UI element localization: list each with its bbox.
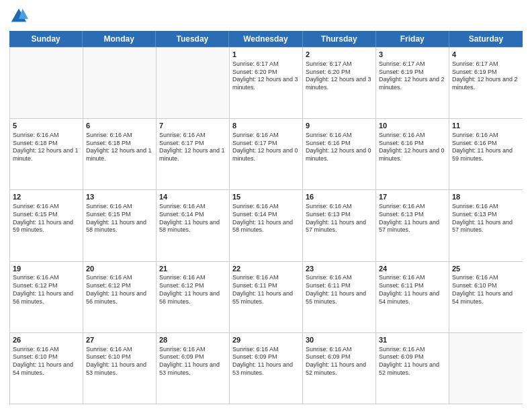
day-cell-21: 21Sunrise: 6:16 AM Sunset: 6:12 PM Dayli… [157,262,230,332]
day-cell-7: 7Sunrise: 6:16 AM Sunset: 6:17 PM Daylig… [157,119,230,189]
day-info: Sunrise: 6:16 AM Sunset: 6:13 PM Dayligh… [379,203,446,234]
day-number: 2 [306,50,373,60]
day-info: Sunrise: 6:16 AM Sunset: 6:11 PM Dayligh… [306,274,373,306]
day-info: Sunrise: 6:16 AM Sunset: 6:09 PM Dayligh… [232,346,300,377]
page-container: SundayMondayTuesdayWednesdayThursdayFrid… [0,0,532,411]
day-cell-28: 28Sunrise: 6:16 AM Sunset: 6:09 PM Dayli… [157,333,230,404]
empty-cell [157,48,230,118]
day-number: 21 [159,264,226,274]
day-number: 30 [306,335,373,345]
day-info: Sunrise: 6:16 AM Sunset: 6:15 PM Dayligh… [13,203,80,234]
day-number: 13 [86,192,153,202]
day-info: Sunrise: 6:16 AM Sunset: 6:10 PM Dayligh… [13,346,80,377]
logo-icon [9,7,28,26]
day-cell-25: 25Sunrise: 6:16 AM Sunset: 6:10 PM Dayli… [449,262,523,332]
day-info: Sunrise: 6:16 AM Sunset: 6:14 PM Dayligh… [159,203,226,234]
calendar-body: 1Sunrise: 6:17 AM Sunset: 6:20 PM Daylig… [9,47,523,404]
header-day-thursday: Thursday [303,31,376,47]
day-number: 3 [379,50,446,60]
day-info: Sunrise: 6:16 AM Sunset: 6:12 PM Dayligh… [86,274,153,306]
day-number: 25 [452,264,520,274]
day-cell-16: 16Sunrise: 6:16 AM Sunset: 6:13 PM Dayli… [303,190,376,261]
calendar-row-4: 26Sunrise: 6:16 AM Sunset: 6:10 PM Dayli… [10,332,523,404]
header-day-friday: Friday [376,31,449,47]
day-info: Sunrise: 6:17 AM Sunset: 6:19 PM Dayligh… [379,60,446,92]
day-info: Sunrise: 6:17 AM Sunset: 6:20 PM Dayligh… [306,60,373,92]
header-day-monday: Monday [83,31,156,47]
day-number: 4 [452,50,520,60]
day-cell-20: 20Sunrise: 6:16 AM Sunset: 6:12 PM Dayli… [83,262,157,332]
calendar-row-3: 19Sunrise: 6:16 AM Sunset: 6:12 PM Dayli… [10,261,523,332]
day-info: Sunrise: 6:16 AM Sunset: 6:17 PM Dayligh… [232,132,300,163]
day-info: Sunrise: 6:17 AM Sunset: 6:20 PM Dayligh… [232,60,300,92]
day-cell-6: 6Sunrise: 6:16 AM Sunset: 6:18 PM Daylig… [83,119,157,189]
day-info: Sunrise: 6:16 AM Sunset: 6:11 PM Dayligh… [379,274,446,306]
day-number: 9 [306,121,373,131]
day-cell-8: 8Sunrise: 6:16 AM Sunset: 6:17 PM Daylig… [230,119,303,189]
day-info: Sunrise: 6:16 AM Sunset: 6:09 PM Dayligh… [306,346,373,377]
day-info: Sunrise: 6:16 AM Sunset: 6:12 PM Dayligh… [13,274,80,306]
day-info: Sunrise: 6:16 AM Sunset: 6:16 PM Dayligh… [306,132,373,163]
calendar-header: SundayMondayTuesdayWednesdayThursdayFrid… [9,31,523,47]
day-cell-15: 15Sunrise: 6:16 AM Sunset: 6:14 PM Dayli… [230,190,303,261]
day-number: 14 [159,192,226,202]
header [9,7,523,26]
day-number: 31 [379,335,446,345]
day-cell-26: 26Sunrise: 6:16 AM Sunset: 6:10 PM Dayli… [10,333,83,404]
day-cell-12: 12Sunrise: 6:16 AM Sunset: 6:15 PM Dayli… [10,190,83,261]
day-number: 24 [379,264,446,274]
day-info: Sunrise: 6:16 AM Sunset: 6:18 PM Dayligh… [13,132,80,163]
day-info: Sunrise: 6:16 AM Sunset: 6:17 PM Dayligh… [159,132,226,163]
day-cell-17: 17Sunrise: 6:16 AM Sunset: 6:13 PM Dayli… [376,190,449,261]
day-number: 10 [379,121,446,131]
day-number: 11 [452,121,520,131]
day-cell-13: 13Sunrise: 6:16 AM Sunset: 6:15 PM Dayli… [83,190,157,261]
day-cell-14: 14Sunrise: 6:16 AM Sunset: 6:14 PM Dayli… [157,190,230,261]
day-cell-3: 3Sunrise: 6:17 AM Sunset: 6:19 PM Daylig… [376,48,449,118]
day-number: 1 [232,50,300,60]
day-cell-22: 22Sunrise: 6:16 AM Sunset: 6:11 PM Dayli… [230,262,303,332]
day-info: Sunrise: 6:16 AM Sunset: 6:18 PM Dayligh… [86,132,153,163]
header-day-wednesday: Wednesday [229,31,302,47]
day-cell-31: 31Sunrise: 6:16 AM Sunset: 6:09 PM Dayli… [376,333,449,404]
logo [9,7,30,26]
day-number: 20 [86,264,153,274]
day-info: Sunrise: 6:16 AM Sunset: 6:10 PM Dayligh… [86,346,153,377]
day-cell-19: 19Sunrise: 6:16 AM Sunset: 6:12 PM Dayli… [10,262,83,332]
day-number: 12 [13,192,80,202]
day-cell-18: 18Sunrise: 6:16 AM Sunset: 6:13 PM Dayli… [449,190,523,261]
day-number: 19 [13,264,80,274]
day-cell-11: 11Sunrise: 6:16 AM Sunset: 6:16 PM Dayli… [449,119,523,189]
day-cell-2: 2Sunrise: 6:17 AM Sunset: 6:20 PM Daylig… [303,48,376,118]
day-cell-30: 30Sunrise: 6:16 AM Sunset: 6:09 PM Dayli… [303,333,376,404]
day-number: 8 [232,121,300,131]
day-number: 18 [452,192,520,202]
header-day-saturday: Saturday [449,31,523,47]
day-info: Sunrise: 6:16 AM Sunset: 6:16 PM Dayligh… [452,132,520,163]
day-cell-29: 29Sunrise: 6:16 AM Sunset: 6:09 PM Dayli… [230,333,303,404]
calendar: SundayMondayTuesdayWednesdayThursdayFrid… [9,31,523,404]
day-cell-4: 4Sunrise: 6:17 AM Sunset: 6:19 PM Daylig… [449,48,523,118]
day-info: Sunrise: 6:16 AM Sunset: 6:13 PM Dayligh… [452,203,520,234]
day-cell-1: 1Sunrise: 6:17 AM Sunset: 6:20 PM Daylig… [230,48,303,118]
day-number: 26 [13,335,80,345]
calendar-row-2: 12Sunrise: 6:16 AM Sunset: 6:15 PM Dayli… [10,189,523,261]
day-number: 7 [159,121,226,131]
day-info: Sunrise: 6:16 AM Sunset: 6:14 PM Dayligh… [232,203,300,234]
day-number: 17 [379,192,446,202]
day-info: Sunrise: 6:16 AM Sunset: 6:12 PM Dayligh… [159,274,226,306]
day-number: 23 [306,264,373,274]
empty-cell [449,333,523,404]
day-cell-9: 9Sunrise: 6:16 AM Sunset: 6:16 PM Daylig… [303,119,376,189]
day-number: 5 [13,121,80,131]
day-info: Sunrise: 6:16 AM Sunset: 6:15 PM Dayligh… [86,203,153,234]
day-cell-27: 27Sunrise: 6:16 AM Sunset: 6:10 PM Dayli… [83,333,157,404]
day-info: Sunrise: 6:16 AM Sunset: 6:11 PM Dayligh… [232,274,300,306]
day-number: 29 [232,335,300,345]
day-number: 15 [232,192,300,202]
empty-cell [83,48,157,118]
day-number: 16 [306,192,373,202]
day-info: Sunrise: 6:16 AM Sunset: 6:13 PM Dayligh… [306,203,373,234]
day-number: 27 [86,335,153,345]
day-cell-24: 24Sunrise: 6:16 AM Sunset: 6:11 PM Dayli… [376,262,449,332]
